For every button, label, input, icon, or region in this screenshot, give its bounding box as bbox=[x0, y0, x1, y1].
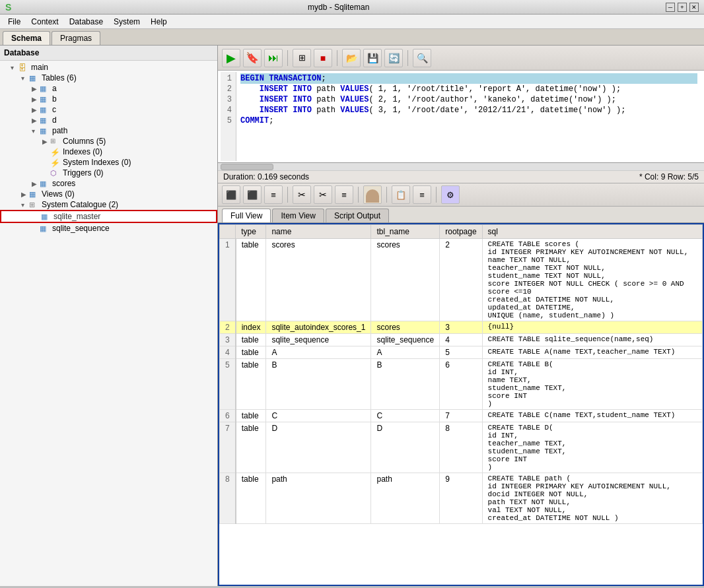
menu-help[interactable]: Help bbox=[145, 16, 172, 28]
table-row[interactable]: 4tableAA5CREATE TABLE A(name TEXT,teache… bbox=[220, 346, 703, 359]
table-row[interactable]: 5tableBB6CREATE TABLE B( id INT, name TE… bbox=[220, 359, 703, 410]
table-row[interactable]: 6tableCC7CREATE TABLE C(name TEXT,studen… bbox=[220, 410, 703, 422]
tb2-sep4 bbox=[436, 187, 437, 203]
tree-node-table-d[interactable]: ▶ ▦ d bbox=[0, 115, 217, 125]
top-tabbar: Schema Pragmas bbox=[0, 29, 704, 46]
stop-button[interactable]: ■ bbox=[314, 49, 332, 67]
table-row[interactable]: 2indexsqlite_autoindex_scores_1scores3{n… bbox=[220, 321, 703, 334]
row-number: 7 bbox=[220, 422, 236, 473]
cell-rootpage: 5 bbox=[440, 346, 482, 359]
table-row[interactable]: 3tablesqlite_sequencesqlite_sequence4CRE… bbox=[220, 334, 703, 346]
tree-node-sqlite-master[interactable]: ▦ sqlite_master bbox=[0, 210, 217, 223]
tree-label-indexes: Indexes (0) bbox=[63, 147, 102, 156]
main-layout: Database ▾ 🗄 main ▾ ▦ Tables (6) ▶ ▦ a bbox=[0, 46, 704, 586]
tab-full-view[interactable]: Full View bbox=[222, 209, 271, 222]
tree-node-table-b[interactable]: ▶ ▦ b bbox=[0, 94, 217, 104]
tree-node-views[interactable]: ▶ ▦ Views (0) bbox=[0, 189, 217, 199]
tb2-btn10[interactable]: ⚙ bbox=[441, 185, 460, 204]
tab-script-output[interactable]: Script Output bbox=[326, 209, 389, 222]
menu-database[interactable]: Database bbox=[64, 16, 108, 28]
toolbar-sep-3 bbox=[407, 50, 408, 66]
tree-node-triggers[interactable]: ⬡ Triggers (0) bbox=[0, 168, 217, 178]
horizontal-scrollbar[interactable] bbox=[218, 163, 704, 171]
cell-tbl_name: sqlite_sequence bbox=[371, 334, 440, 346]
menu-context[interactable]: Context bbox=[26, 16, 63, 28]
tree-node-system-indexes[interactable]: ⚡ System Indexes (0) bbox=[0, 157, 217, 168]
close-button[interactable]: ✕ bbox=[689, 3, 699, 12]
sql-line-3: INSERT INTO path VALUES( 2, 1, '/root/au… bbox=[240, 94, 697, 105]
tree-node-columns[interactable]: ▶ ⊞ Columns (5) bbox=[0, 136, 217, 147]
cell-rootpage: 8 bbox=[440, 422, 482, 473]
toolbar-main: ▶ 🔖 ⏭ ⊞ ■ 📂 💾 🔄 🔍 bbox=[218, 46, 704, 71]
cell-name: C bbox=[266, 410, 371, 422]
col-header-sql: sql bbox=[482, 225, 702, 239]
triggers-icon: ⬡ bbox=[50, 169, 61, 177]
tb2-btn8[interactable]: 📋 bbox=[392, 185, 410, 204]
hscroll-thumb[interactable] bbox=[221, 164, 273, 170]
tree-node-tables[interactable]: ▾ ▦ Tables (6) bbox=[0, 73, 217, 83]
minimize-button[interactable]: ─ bbox=[666, 3, 675, 12]
tree-container[interactable]: ▾ 🗄 main ▾ ▦ Tables (6) ▶ ▦ a ▶ ▦ b bbox=[0, 61, 217, 586]
run-special-button[interactable]: 🔖 bbox=[243, 49, 262, 67]
tb2-btn6[interactable]: ≡ bbox=[335, 185, 353, 204]
table-button[interactable]: ⊞ bbox=[293, 49, 311, 67]
sql-editor[interactable]: 1 2 3 4 5 BEGIN TRANSACTION; INSERT INTO… bbox=[218, 71, 704, 163]
cell-tbl_name: scores bbox=[371, 239, 440, 321]
run-button[interactable]: ▶ bbox=[222, 49, 240, 67]
tb2-btn3[interactable]: ≡ bbox=[264, 185, 283, 204]
arrow-path: ▾ bbox=[32, 127, 40, 135]
tree-node-syscat[interactable]: ▾ ⊞ System Catalogue (2) bbox=[0, 199, 217, 210]
tb2-btn4[interactable]: ✂ bbox=[293, 185, 311, 204]
tb2-btn9[interactable]: ≡ bbox=[413, 185, 431, 204]
tb2-btn1[interactable]: ⬛ bbox=[222, 185, 240, 204]
table-icon-a: ▦ bbox=[40, 84, 50, 92]
tb2-btn2[interactable]: ⬛ bbox=[243, 185, 262, 204]
cell-rootpage: 6 bbox=[440, 359, 482, 410]
arrow-syscat: ▾ bbox=[21, 201, 29, 209]
position-text: * Col: 9 Row: 5/5 bbox=[639, 172, 699, 181]
refresh-button[interactable]: 🔄 bbox=[384, 49, 403, 67]
tab-schema[interactable]: Schema bbox=[3, 31, 50, 45]
table-icon-d: ▦ bbox=[40, 116, 50, 124]
tree-label-main: main bbox=[31, 63, 48, 72]
open-button[interactable]: 📂 bbox=[342, 49, 361, 67]
tb2-btn5[interactable]: ✂ bbox=[314, 185, 332, 204]
save-button[interactable]: 💾 bbox=[363, 49, 382, 67]
cell-sql: CREATE TABLE B( id INT, name TEXT, stude… bbox=[482, 359, 702, 410]
table-row[interactable]: 1tablescoresscores2CREATE TABLE scores (… bbox=[220, 239, 703, 321]
tree-node-sqlite-sequence[interactable]: ▦ sqlite_sequence bbox=[0, 223, 217, 234]
table-icon-tables: ▦ bbox=[29, 74, 40, 82]
tree-node-main[interactable]: ▾ 🗄 main bbox=[0, 62, 217, 73]
tb2-portrait[interactable] bbox=[363, 185, 382, 204]
tree-node-table-a[interactable]: ▶ ▦ a bbox=[0, 83, 217, 94]
row-number: 4 bbox=[220, 346, 236, 359]
search-button[interactable]: 🔍 bbox=[413, 49, 431, 67]
tree-node-indexes[interactable]: ⚡ Indexes (0) bbox=[0, 147, 217, 157]
menu-system[interactable]: System bbox=[108, 16, 145, 28]
maximize-button[interactable]: + bbox=[678, 3, 687, 12]
tree-label-path: path bbox=[52, 126, 67, 135]
tree-node-table-c[interactable]: ▶ ▦ c bbox=[0, 104, 217, 115]
row-number: 3 bbox=[220, 334, 236, 346]
table-row[interactable]: 7tableDD8CREATE TABLE D( id INT, teacher… bbox=[220, 422, 703, 473]
cell-type: table bbox=[236, 473, 266, 524]
table-row[interactable]: 8tablepathpath9CREATE TABLE path ( id IN… bbox=[220, 473, 703, 524]
col-header-tbl-name: tbl_name bbox=[371, 225, 440, 239]
tree-node-scores[interactable]: ▶ ▦ scores bbox=[0, 178, 217, 189]
results-area[interactable]: type name tbl_name rootpage sql 1tablesc… bbox=[218, 223, 704, 586]
tree-node-path[interactable]: ▾ ▦ path bbox=[0, 125, 217, 136]
left-panel: Database ▾ 🗄 main ▾ ▦ Tables (6) ▶ ▦ a bbox=[0, 46, 218, 586]
menu-file[interactable]: File bbox=[3, 16, 26, 28]
sql-content[interactable]: BEGIN TRANSACTION; INSERT INTO path VALU… bbox=[236, 72, 701, 161]
cell-name: sqlite_autoindex_scores_1 bbox=[266, 321, 371, 334]
arrow-tables: ▾ bbox=[21, 75, 29, 82]
arrow-columns: ▶ bbox=[42, 138, 50, 145]
arrow-c: ▶ bbox=[32, 106, 40, 114]
tab-pragmas[interactable]: Pragmas bbox=[52, 31, 100, 45]
row-number: 6 bbox=[220, 410, 236, 422]
sql-line-5: COMMIT; bbox=[240, 115, 697, 126]
line-num-3: 3 bbox=[225, 94, 232, 105]
run-step-button[interactable]: ⏭ bbox=[264, 49, 283, 67]
duration-text: Duration: 0.169 seconds bbox=[223, 172, 309, 181]
tab-item-view[interactable]: Item View bbox=[272, 209, 324, 222]
